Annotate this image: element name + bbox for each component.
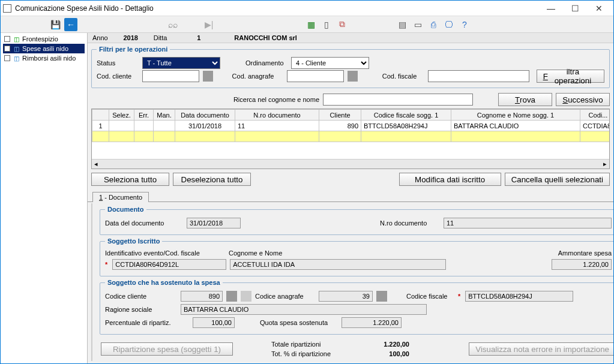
cod-cliente-input[interactable] (142, 70, 199, 82)
column-icon[interactable]: ▯ (320, 18, 333, 31)
ditta-name: RANOCCHI COM srl (230, 34, 297, 41)
nro-doc-label: N.ro documento (380, 219, 440, 227)
checkbox-icon[interactable] (4, 36, 10, 42)
ordinamento-select[interactable]: 4 - Cliente (291, 57, 369, 69)
col-nome[interactable]: Cognome e Nome sogg. 1 (451, 110, 580, 121)
tab-documento[interactable]: 1 - Documento (92, 192, 149, 202)
cell-cod2: CCTDIA80 (580, 121, 610, 131)
skip-next-icon[interactable]: ▶| (202, 18, 215, 31)
book-icon: ◫ (13, 55, 20, 62)
ricerca-label: Ricerca nel cognome e nome (233, 96, 319, 103)
checkbox-icon[interactable] (4, 55, 10, 61)
id-evento-value: CCTDIA80R64D912L (112, 259, 226, 270)
excel-icon[interactable]: ▦ (304, 18, 318, 31)
screen-icon[interactable]: 🖵 (442, 18, 456, 31)
quota-spesa-label: Quota spesa sostenuta (260, 319, 338, 326)
lookup-cliente2-button[interactable] (241, 291, 251, 302)
tree-item-spese-asili-nido[interactable]: ◫ Spese asili nido (3, 44, 85, 53)
help-icon[interactable]: ? (458, 18, 471, 31)
col-cliente[interactable]: Cliente (319, 110, 361, 121)
cod-fiscale-input[interactable] (428, 70, 529, 82)
book-icon: ◫ (13, 35, 20, 43)
cognome-nome-label: Cognome e Nome (229, 249, 349, 257)
grid-table[interactable]: Selez. Err. Man. Data documento N.ro doc… (92, 109, 610, 142)
maximize-button[interactable]: ☐ (563, 1, 587, 16)
toolbar: 💾 ← ⌕⌕ ▶| ▦ ▯ ⧉ ▤ ▭ ⎙ 🖵 ? (1, 16, 613, 33)
table-row[interactable]: 1 31/01/2018 11 890 BTTCLD58A08H294J BAT… (92, 121, 610, 131)
scrollbar-horizontal[interactable]: ◂▸ (92, 159, 609, 169)
book-icon[interactable]: ▤ (396, 18, 409, 31)
back-icon[interactable]: ← (64, 18, 77, 31)
deseleziona-tutto-button[interactable]: Deseleziona tutto (173, 173, 251, 186)
ricerca-input[interactable] (323, 94, 473, 106)
save-icon[interactable]: 💾 (49, 18, 62, 31)
cancella-selezionati-button[interactable]: Cancella quelli selezionati (505, 173, 610, 186)
codice-anagrafe-value: 39 (319, 291, 373, 302)
lookup-anagrafe-button[interactable] (348, 71, 358, 82)
col-selez[interactable]: Selez. (109, 110, 134, 121)
codice-cliente-value: 890 (181, 291, 223, 302)
print-icon[interactable]: ⎙ (427, 18, 440, 31)
lookup-cliente-button[interactable] (226, 291, 237, 302)
iscritto-fieldset: Soggetto Iscritto Identificativo evento/… (100, 237, 613, 276)
totale-ripartizioni-label: Totale ripartizioni (271, 341, 343, 348)
ragione-sociale-label: Ragione sociale (105, 306, 177, 313)
tree-label: Rimborsi asili nido (22, 55, 76, 62)
col-cf[interactable]: Codice fiscale sogg. 1 (361, 110, 451, 121)
header-line: Anno 2018 Ditta 1 RANOCCHI COM srl (88, 33, 613, 43)
modifica-dati-button[interactable]: Modifica dati iscritto (399, 173, 501, 186)
status-select[interactable]: T - Tutte (142, 57, 220, 69)
sostenuto-fieldset: Soggetto che ha sostenuto la spesa Codic… (100, 279, 613, 335)
lookup-cliente-button[interactable] (203, 71, 213, 82)
data-doc-value: 31/01/2018 (187, 218, 241, 228)
visualizza-nota-button[interactable]: Visualizza nota errore in importazione (469, 342, 613, 356)
successivo-button[interactable]: Successivo (556, 93, 610, 106)
col-data[interactable]: Data documento (175, 110, 235, 121)
minimize-button[interactable]: — (539, 1, 563, 16)
codice-fiscale-label: Codice fiscale (406, 293, 454, 300)
col-num[interactable] (92, 110, 109, 121)
col-nro[interactable]: N.ro documento (235, 110, 319, 121)
ragione-sociale-value: BATTARRA CLAUDIO (181, 304, 427, 315)
binoculars-icon[interactable]: ⌕⌕ (166, 18, 179, 31)
checkbox-icon[interactable] (4, 46, 10, 52)
cell-cf: BTTCLD58A08H294J (361, 121, 451, 131)
sostenuto-legend: Soggetto che ha sostenuto la spesa (105, 279, 223, 286)
cell-nome: BATTARRA CLAUDIO (451, 121, 580, 131)
close-button[interactable]: ✕ (587, 1, 611, 16)
app-icon (3, 4, 11, 13)
cell-sel[interactable] (109, 121, 134, 131)
tree-item-frontespizio[interactable]: ◫ Frontespizio (3, 34, 85, 44)
cod-anagrafe-input[interactable] (287, 70, 344, 82)
table-row[interactable] (92, 131, 610, 142)
titlebar: Comunicazione Spese Asili Nido - Dettagl… (1, 1, 613, 16)
col-man[interactable]: Man. (154, 110, 175, 121)
col-err[interactable]: Err. (134, 110, 154, 121)
cell-cliente: 890 (319, 121, 361, 131)
required-marker: * (458, 293, 460, 300)
tree-item-rimborsi-asili-nido[interactable]: ◫ Rimborsi asili nido (3, 53, 85, 63)
ruler-icon[interactable]: ⧉ (336, 18, 349, 31)
cell-num: 1 (92, 121, 109, 131)
quota-spesa-value: 1.220,00 (342, 317, 402, 328)
tot-perc-value: 100,00 (355, 350, 409, 357)
book-icon: ◫ (13, 45, 20, 52)
lookup-anagrafe-button[interactable] (376, 291, 387, 302)
tree-label: Spese asili nido (22, 45, 68, 52)
detail-sidebar (91, 203, 92, 361)
totale-ripartizioni-value: 1.220,00 (355, 341, 409, 348)
anno-label: Anno (92, 34, 108, 41)
filters-legend: Filtri per le operazioni (97, 46, 170, 53)
codice-cliente-label: Codice cliente (105, 293, 177, 300)
trova-button[interactable]: Trova (498, 93, 552, 106)
filtra-operazioni-button[interactable]: Filtra operazioni (537, 70, 604, 83)
ripartizione-spesa-button[interactable]: Ripartizione spesa (soggetti 1) (101, 342, 233, 356)
calc-icon[interactable]: ▭ (411, 18, 424, 31)
seleziona-tutto-button[interactable]: Seleziona tutto (91, 173, 169, 186)
ditta-label: Ditta (154, 34, 167, 41)
ditta-num: 1 (172, 34, 226, 41)
cod-anagrafe-label: Cod. anagrafe (232, 73, 283, 80)
col-cod2[interactable]: Codi... (580, 110, 610, 121)
ammontare-label: Ammontare spesa (552, 249, 612, 257)
filters-fieldset: Filtri per le operazioni Status T - Tutt… (91, 46, 610, 88)
